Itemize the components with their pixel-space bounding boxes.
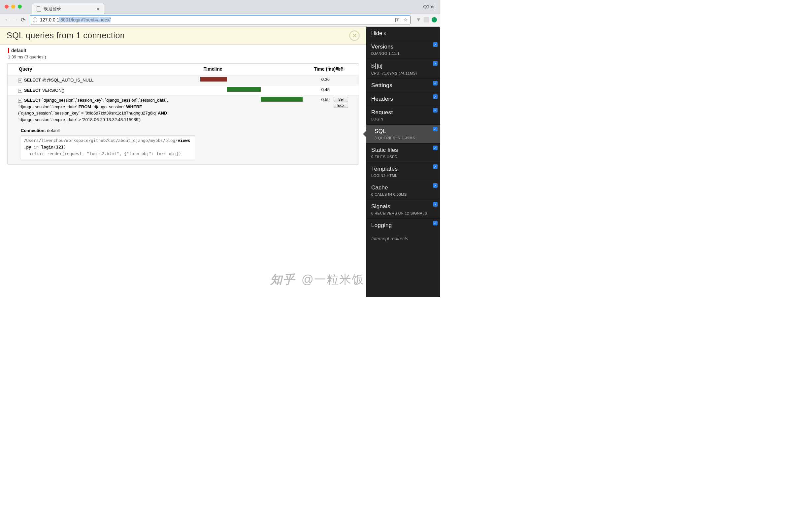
sidebar-item-title: Signals [371, 203, 435, 210]
time-cell: 0.59 [303, 95, 332, 103]
bookmark-star-icon[interactable]: ☆ [403, 17, 408, 23]
address-bar: ← → ⟳ i 127.0.0.1:8001/login/?next=/inde… [0, 13, 440, 26]
sidebar-item-title: Request [371, 109, 435, 116]
query-cell: −SELECT `django_session`.`session_key`, … [16, 95, 200, 164]
col-time: Time (ms) [306, 66, 335, 72]
site-info-icon[interactable]: i [33, 18, 37, 22]
extension-v-icon[interactable]: ▼ [416, 17, 421, 23]
table-header-row: Query Timeline Time (ms) 动作 [7, 64, 359, 75]
col-action: 动作 [335, 66, 355, 72]
timeline-bar [227, 87, 261, 92]
time-cell: 0.45 [303, 86, 332, 94]
traceback-box: /Users/liwenzhou/workspace/github/CoC/ab… [21, 135, 195, 159]
sidebar-item-subtitle: 6 RECEIVERS OF 12 SIGNALS [371, 211, 435, 215]
sql-table: Query Timeline Time (ms) 动作 +SELECT @@SQ… [7, 63, 359, 165]
sidebar-checkbox-icon[interactable]: ✓ [433, 221, 438, 225]
connection-label: Connection: default [21, 127, 195, 134]
sidebar-checkbox-icon[interactable]: ✓ [433, 127, 438, 131]
col-query: Query [19, 66, 204, 72]
sidebar-checkbox-icon[interactable]: ✓ [433, 61, 438, 66]
sidebar-item-title: 时间 [371, 62, 435, 70]
expand-toggle-icon[interactable]: − [18, 99, 22, 103]
expl-button[interactable]: Expl [334, 103, 348, 108]
sidebar-checkbox-icon[interactable]: ✓ [433, 183, 438, 188]
profile-name[interactable]: Q1mi [423, 4, 434, 9]
action-cell [332, 86, 352, 88]
tab-title: 欢迎登录 [44, 6, 61, 12]
sidebar-item-title: Templates [371, 166, 435, 172]
sidebar-item-title: Cache [371, 185, 435, 191]
sidebar-item-subtitle: LOGIN2.HTML [371, 174, 435, 177]
timeline-cell [200, 86, 303, 92]
close-panel-icon[interactable]: ✕ [349, 30, 360, 41]
content-area: SQL queries from 1 connection ✕ default … [0, 27, 366, 297]
title-bar: 欢迎登录 × Q1mi [0, 0, 440, 13]
forward-button[interactable]: → [11, 17, 19, 23]
browser-tab[interactable]: 欢迎登录 × [32, 3, 104, 14]
sidebar-item-subtitle: LOGIN [371, 117, 435, 121]
sidebar-item-logging[interactable]: Logging✓ [366, 218, 440, 232]
time-cell: 0.36 [303, 75, 332, 83]
expand-toggle-icon[interactable]: + [18, 89, 22, 93]
sidebar-checkbox-icon[interactable]: ✓ [433, 202, 438, 207]
watermark-logo: 知乎 [270, 272, 295, 286]
timeline-bar [200, 77, 227, 81]
sidebar-footer: Intercept redirects [366, 232, 440, 245]
sidebar-checkbox-icon[interactable]: ✓ [433, 81, 438, 86]
sidebar-item-subtitle: DJANGO 1.11.1 [371, 52, 435, 55]
sidebar-item-settings[interactable]: Settings✓ [366, 79, 440, 92]
url-text: 127.0.0.1:8001/login/?next=/index/ [40, 17, 111, 22]
sel-button[interactable]: Sel [334, 97, 348, 102]
sidebar-item-cache[interactable]: Cache0 CALLS IN 0.00MS✓ [366, 181, 440, 200]
connection-name: default [8, 48, 359, 53]
sidebar-item-subtitle: 3 QUERIES IN 1.39MS [371, 136, 435, 140]
key-icon[interactable]: ⚿ [395, 17, 400, 23]
minimize-window-button[interactable] [11, 5, 15, 8]
sidebar-item-时间[interactable]: 时间CPU: 71.69MS (74.11MS)✓ [366, 59, 440, 79]
action-cell [332, 75, 352, 78]
query-cell: +SELECT @@SQL_AUTO_IS_NULL [16, 75, 200, 85]
sidebar-item-templates[interactable]: TemplatesLOGIN2.HTML✓ [366, 162, 440, 181]
connection-info: default 1.39 ms (3 queries ) [0, 44, 366, 63]
close-window-button[interactable] [5, 5, 8, 8]
extension-green-icon[interactable] [432, 17, 437, 22]
reload-button[interactable]: ⟳ [19, 17, 27, 23]
expand-toggle-icon[interactable]: + [18, 79, 22, 82]
close-tab-icon[interactable]: × [96, 6, 99, 12]
timeline-bar [261, 97, 303, 102]
sidebar-item-request[interactable]: RequestLOGIN✓ [366, 106, 440, 125]
sidebar-checkbox-icon[interactable]: ✓ [433, 164, 438, 169]
sidebar-item-sql[interactable]: SQL3 QUERIES IN 1.39MS✓ [366, 125, 440, 143]
panel-header: SQL queries from 1 connection ✕ [0, 27, 366, 44]
url-input[interactable]: i 127.0.0.1:8001/login/?next=/index/ ⚿ ☆ [30, 15, 410, 24]
sidebar-checkbox-icon[interactable]: ✓ [433, 94, 438, 99]
maximize-window-button[interactable] [18, 5, 22, 8]
extension-square-icon[interactable] [424, 17, 429, 22]
sidebar-item-versions[interactable]: VersionsDJANGO 1.11.1✓ [366, 40, 440, 59]
browser-chrome: 欢迎登录 × Q1mi ← → ⟳ i 127.0.0.1:8001/login… [0, 0, 440, 27]
table-row: −SELECT `django_session`.`session_key`, … [7, 95, 359, 164]
panel-title: SQL queries from 1 connection [6, 31, 360, 40]
back-button[interactable]: ← [3, 17, 11, 23]
sidebar-item-title: Versions [371, 43, 435, 50]
sidebar-checkbox-icon[interactable]: ✓ [433, 108, 438, 113]
col-timeline: Timeline [204, 66, 306, 72]
sidebar-item-title: Logging [371, 222, 435, 229]
timeline-cell [200, 75, 303, 82]
sidebar-item-headers[interactable]: Headers✓ [366, 92, 440, 106]
query-cell: +SELECT VERSION() [16, 86, 200, 95]
table-row: +SELECT VERSION()0.45 [7, 86, 359, 96]
sidebar-checkbox-icon[interactable]: ✓ [433, 42, 438, 47]
debug-toolbar-sidebar: Hide » VersionsDJANGO 1.11.1✓时间CPU: 71.6… [366, 27, 440, 297]
sidebar-item-static-files[interactable]: Static files0 FILES USED✓ [366, 143, 440, 162]
watermark-text: @一粒米饭 [297, 272, 364, 286]
sidebar-item-signals[interactable]: Signals6 RECEIVERS OF 12 SIGNALS✓ [366, 200, 440, 218]
hide-toolbar-button[interactable]: Hide » [366, 27, 440, 40]
sidebar-item-subtitle: 0 FILES USED [371, 155, 435, 159]
sidebar-item-subtitle: 0 CALLS IN 0.00MS [371, 192, 435, 196]
sidebar-item-title: Static files [371, 147, 435, 153]
sidebar-checkbox-icon[interactable]: ✓ [433, 146, 438, 150]
sidebar-item-title: Settings [371, 82, 435, 89]
watermark: 知乎 @一粒米饭 [270, 272, 364, 288]
query-detail: Connection: default/Users/liwenzhou/work… [18, 123, 198, 163]
